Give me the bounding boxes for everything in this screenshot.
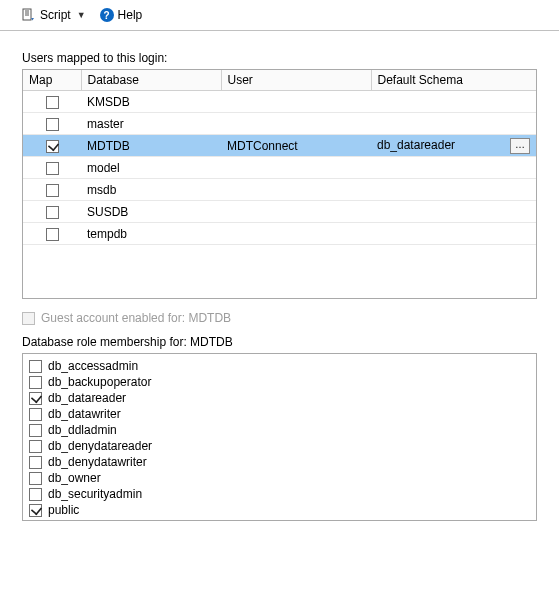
table-row[interactable]: KMSDB… [23,91,536,113]
role-item[interactable]: db_owner [29,470,530,486]
user-cell [221,113,371,135]
map-cell [23,157,81,179]
role-label: db_datareader [48,390,126,406]
schema-cell: … [371,91,536,113]
user-cell [221,91,371,113]
roles-label: Database role membership for: MDTDB [22,335,537,349]
map-cell [23,201,81,223]
table-row[interactable]: MDTDBMDTConnectdb_datareader… [23,135,536,157]
role-checkbox[interactable] [29,488,42,501]
map-cell [23,135,81,157]
map-cell [23,223,81,245]
database-cell: model [81,157,221,179]
role-checkbox[interactable] [29,472,42,485]
table-row[interactable]: msdb… [23,179,536,201]
mappings-table: Map Database User Default Schema KMSDB…m… [23,70,536,245]
role-checkbox[interactable] [29,440,42,453]
role-label: db_datawriter [48,406,121,422]
role-checkbox[interactable] [29,408,42,421]
chevron-down-icon[interactable]: ▼ [75,10,88,20]
map-checkbox[interactable] [46,206,59,219]
map-checkbox[interactable] [46,228,59,241]
guest-account-label: Guest account enabled for: MDTDB [41,311,231,325]
role-item[interactable]: db_ddladmin [29,422,530,438]
table-row[interactable]: model… [23,157,536,179]
mappings-table-container: Map Database User Default Schema KMSDB…m… [22,69,537,299]
role-item[interactable]: db_accessadmin [29,358,530,374]
script-button[interactable]: Script ▼ [18,6,92,24]
content-area: Users mapped to this login: Map Database… [0,31,559,521]
user-cell [221,201,371,223]
script-button-label: Script [40,8,71,22]
role-label: db_denydatareader [48,438,152,454]
role-label: public [48,502,79,518]
user-cell [221,179,371,201]
role-item[interactable]: db_datawriter [29,406,530,422]
user-cell [221,223,371,245]
role-item[interactable]: db_denydatareader [29,438,530,454]
schema-browse-button[interactable]: … [510,138,530,154]
column-database[interactable]: Database [81,70,221,91]
database-cell: msdb [81,179,221,201]
role-checkbox[interactable] [29,456,42,469]
roles-list: db_accessadmindb_backupoperatordb_datare… [22,353,537,521]
column-schema[interactable]: Default Schema [371,70,536,91]
database-cell: KMSDB [81,91,221,113]
map-cell [23,113,81,135]
role-label: db_securityadmin [48,486,142,502]
database-cell: MDTDB [81,135,221,157]
schema-cell: … [371,157,536,179]
table-row[interactable]: tempdb… [23,223,536,245]
map-cell [23,179,81,201]
script-icon [22,8,36,22]
map-cell [23,91,81,113]
map-checkbox[interactable] [46,118,59,131]
role-item[interactable]: public [29,502,530,518]
role-checkbox[interactable] [29,376,42,389]
user-cell [221,157,371,179]
map-checkbox[interactable] [46,96,59,109]
toolbar: Script ▼ ? Help [0,0,559,31]
role-item[interactable]: db_securityadmin [29,486,530,502]
schema-value: db_datareader [377,138,455,152]
mappings-label: Users mapped to this login: [22,51,537,65]
guest-account-checkbox [22,312,35,325]
schema-cell: … [371,223,536,245]
schema-cell: … [371,179,536,201]
role-checkbox[interactable] [29,392,42,405]
role-item[interactable]: db_backupoperator [29,374,530,390]
role-item[interactable]: db_datareader [29,390,530,406]
database-cell: SUSDB [81,201,221,223]
role-label: db_backupoperator [48,374,151,390]
schema-cell: … [371,113,536,135]
table-header-row: Map Database User Default Schema [23,70,536,91]
role-checkbox[interactable] [29,360,42,373]
role-item[interactable]: db_denydatawriter [29,454,530,470]
role-label: db_accessadmin [48,358,138,374]
role-label: db_owner [48,470,101,486]
help-button[interactable]: ? Help [96,6,147,24]
map-checkbox[interactable] [46,162,59,175]
database-cell: master [81,113,221,135]
map-checkbox[interactable] [46,140,59,153]
guest-account-row: Guest account enabled for: MDTDB [22,311,537,325]
database-cell: tempdb [81,223,221,245]
map-checkbox[interactable] [46,184,59,197]
schema-cell: db_datareader… [371,135,536,157]
role-label: db_denydatawriter [48,454,147,470]
role-label: db_ddladmin [48,422,117,438]
role-checkbox[interactable] [29,504,42,517]
table-row[interactable]: master… [23,113,536,135]
help-button-label: Help [118,8,143,22]
column-user[interactable]: User [221,70,371,91]
role-checkbox[interactable] [29,424,42,437]
schema-cell: … [371,201,536,223]
column-map[interactable]: Map [23,70,81,91]
user-cell: MDTConnect [221,135,371,157]
help-icon: ? [100,8,114,22]
table-row[interactable]: SUSDB… [23,201,536,223]
